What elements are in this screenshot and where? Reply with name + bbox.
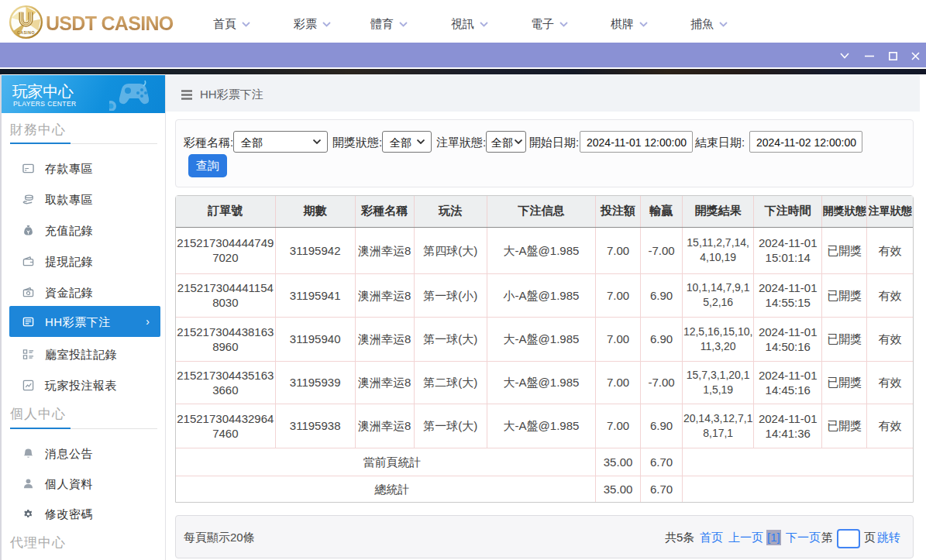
- svg-text:CASINO: CASINO: [17, 30, 35, 35]
